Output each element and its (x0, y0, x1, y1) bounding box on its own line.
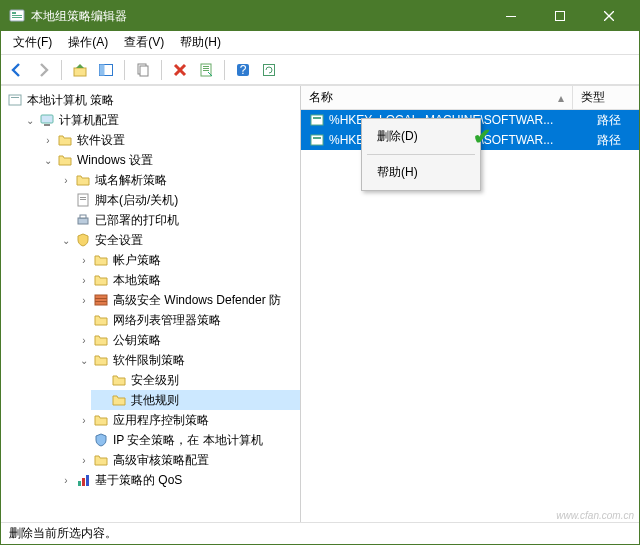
help-button[interactable]: ? (231, 58, 255, 82)
svg-rect-3 (12, 17, 22, 18)
properties-button[interactable] (194, 58, 218, 82)
tree-security-settings[interactable]: ⌄安全设置 (55, 230, 300, 250)
refresh-button[interactable] (257, 58, 281, 82)
copy-button[interactable] (131, 58, 155, 82)
svg-rect-30 (80, 215, 86, 218)
tree-adv-audit[interactable]: ›高级审核策略配置 (73, 450, 300, 470)
tree-local-policies[interactable]: ›本地策略 (73, 270, 300, 290)
ctx-help-label: 帮助(H) (377, 165, 418, 179)
up-button[interactable] (68, 58, 92, 82)
col-name-label: 名称 (309, 89, 333, 106)
tree-label: 安全级别 (131, 372, 179, 389)
tree-account-policies[interactable]: ›帐户策略 (73, 250, 300, 270)
tree-other-rules[interactable]: 其他规则 (91, 390, 300, 410)
list-header: 名称▴ 类型 (301, 86, 639, 110)
tree-label: 安全设置 (95, 232, 143, 249)
folder-icon (93, 452, 109, 468)
folder-icon (93, 332, 109, 348)
tree-public-key[interactable]: ›公钥策略 (73, 330, 300, 350)
svg-rect-29 (78, 218, 88, 224)
tree-network-list[interactable]: 网络列表管理器策略 (73, 310, 300, 330)
list-body[interactable]: %HKEY_LOCAL_MACHINE\SOFTWAR... 路径 %HKEY_… (301, 110, 639, 522)
cell-type: 路径 (593, 112, 633, 129)
svg-rect-1 (12, 12, 16, 14)
forward-button[interactable] (31, 58, 55, 82)
toolbar: ? (1, 55, 639, 85)
col-name[interactable]: 名称▴ (301, 86, 573, 109)
minimize-button[interactable] (488, 2, 533, 30)
titlebar: 本地组策略编辑器 (1, 1, 639, 31)
tree-software-settings[interactable]: ›软件设置 (37, 130, 300, 150)
ctx-help[interactable]: 帮助(H) (365, 158, 477, 187)
tree-computer-config[interactable]: ⌄ 计算机配置 (19, 110, 300, 130)
folder-icon (57, 132, 73, 148)
svg-rect-36 (86, 475, 89, 486)
folder-icon (93, 312, 109, 328)
collapse-icon: ⌄ (77, 355, 91, 366)
window-controls (488, 2, 631, 30)
tree-software-restriction[interactable]: ⌄软件限制策略 (73, 350, 300, 370)
delete-button[interactable] (168, 58, 192, 82)
tree-defender[interactable]: ›高级安全 Windows Defender 防 (73, 290, 300, 310)
svg-rect-21 (264, 64, 275, 75)
tree-label: 网络列表管理器策略 (113, 312, 221, 329)
tree-scripts[interactable]: 脚本(启动/关机) (55, 190, 300, 210)
tree-label: Windows 设置 (77, 152, 153, 169)
folder-icon (75, 172, 91, 188)
tree-label: 帐户策略 (113, 252, 161, 269)
tree-ip-security[interactable]: IP 安全策略，在 本地计算机 (73, 430, 300, 450)
svg-rect-37 (311, 115, 323, 125)
expand-icon: › (41, 135, 55, 146)
tree-app-control[interactable]: ›应用程序控制策略 (73, 410, 300, 430)
svg-rect-2 (12, 15, 22, 16)
tree-name-resolution[interactable]: ›域名解析策略 (55, 170, 300, 190)
app-window: 本地组策略编辑器 文件(F) 操作(A) 查看(V) 帮助(H) (0, 0, 640, 545)
tree-security-levels[interactable]: 安全级别 (91, 370, 300, 390)
svg-rect-32 (95, 298, 107, 299)
toolbar-separator (224, 60, 225, 80)
folder-open-icon (111, 392, 127, 408)
shield-icon (93, 432, 109, 448)
show-hide-tree-button[interactable] (94, 58, 118, 82)
tree-label: 计算机配置 (59, 112, 119, 129)
computer-icon (39, 112, 55, 128)
menu-action[interactable]: 操作(A) (60, 32, 116, 53)
expand-icon: › (77, 455, 91, 466)
svg-rect-12 (140, 66, 148, 76)
maximize-button[interactable] (537, 2, 582, 30)
registry-icon (309, 112, 325, 128)
collapse-icon: ⌄ (59, 235, 73, 246)
svg-rect-39 (311, 135, 323, 145)
tree-root[interactable]: 本地计算机 策略 (1, 90, 300, 110)
menu-help[interactable]: 帮助(H) (172, 32, 229, 53)
tree-label: 其他规则 (131, 392, 179, 409)
app-icon (9, 8, 25, 24)
tree-label: 域名解析策略 (95, 172, 167, 189)
ctx-delete[interactable]: 删除(D) ✔ (365, 122, 477, 151)
statusbar: 删除当前所选内容。 (1, 522, 639, 544)
col-type-label: 类型 (581, 89, 605, 106)
svg-rect-18 (203, 70, 209, 71)
cell-type: 路径 (593, 132, 633, 149)
policy-icon (7, 92, 23, 108)
checkmark-icon: ✔ (473, 124, 491, 150)
expand-icon: › (77, 415, 91, 426)
menu-view[interactable]: 查看(V) (116, 32, 172, 53)
svg-rect-33 (95, 301, 107, 302)
svg-rect-40 (313, 137, 321, 139)
tree-qos[interactable]: ›基于策略的 QoS (55, 470, 300, 490)
close-button[interactable] (586, 2, 631, 30)
svg-rect-23 (11, 97, 19, 98)
back-button[interactable] (5, 58, 29, 82)
tree-printers[interactable]: 已部署的打印机 (55, 210, 300, 230)
svg-rect-10 (100, 64, 105, 75)
tree-pane[interactable]: 本地计算机 策略 ⌄ 计算机配置 ›软件设置 (1, 86, 301, 522)
col-type[interactable]: 类型 (573, 86, 639, 109)
menu-file[interactable]: 文件(F) (5, 32, 60, 53)
tree-windows-settings[interactable]: ⌄Windows 设置 (37, 150, 300, 170)
tree-label: 本地计算机 策略 (27, 92, 114, 109)
folder-icon (111, 372, 127, 388)
svg-rect-17 (203, 68, 209, 69)
collapse-icon: ⌄ (23, 115, 37, 126)
expand-icon: › (59, 475, 73, 486)
